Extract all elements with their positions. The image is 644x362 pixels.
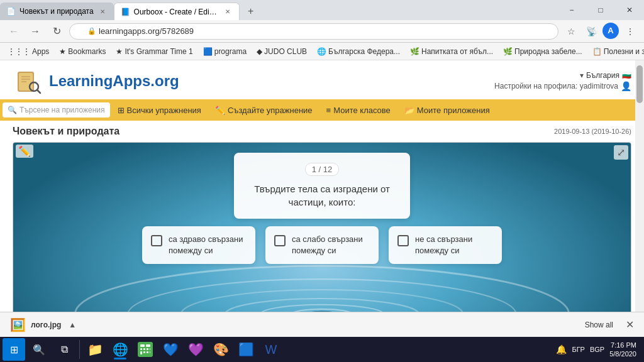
chrome-taskbar-button[interactable]: 🌐	[109, 338, 131, 361]
quiz-fullscreen-button[interactable]: ⤢	[614, 145, 628, 160]
quiz-counter: 1 / 12	[305, 163, 340, 176]
answer-text-3: не са свързани помежду си	[415, 234, 493, 256]
search-box[interactable]: 🔍 Търсене на приложения	[3, 102, 110, 118]
polezni-label: Полезни и забавн...	[604, 47, 644, 56]
tab2-title: Ourboox - Create / Edit Book	[134, 8, 219, 16]
judo-icon: ◆	[257, 47, 262, 56]
bookmark-programa[interactable]: 🟦 programa	[201, 46, 249, 57]
new-tab-button[interactable]: +	[242, 3, 260, 20]
taskbar-notifications-icon[interactable]: 🔔	[556, 344, 567, 354]
nav-bar: ← → ↻ 🔒 learningapps.org/5782689 ☆ 📡 A ⋮	[0, 20, 644, 43]
svg-rect-24	[147, 351, 148, 353]
calculator-icon	[138, 342, 153, 357]
answer-radio-3[interactable]	[397, 235, 409, 246]
app8-taskbar-button[interactable]: 🟦	[235, 338, 257, 361]
bookmark-polezni[interactable]: 📋 Полезни и забавн...	[590, 46, 644, 57]
answer-text-1: са здраво свързани помежду си	[169, 234, 247, 256]
apps-nav-icon: 📂	[404, 106, 414, 115]
napitki-label: Напитката от ябъл...	[421, 47, 493, 56]
nav-create-exercise[interactable]: ✏️ Създайте упражнение	[209, 101, 319, 119]
svg-rect-20	[147, 348, 148, 350]
grammar-star-icon: ★	[116, 47, 123, 56]
forward-button[interactable]: →	[26, 23, 44, 40]
close-button[interactable]: ✕	[615, 0, 644, 20]
nav-my-apps[interactable]: 📂 Моите приложения	[398, 101, 496, 119]
answer-radio-2[interactable]	[274, 235, 286, 246]
taskbar: ⊞ 🔍 ⧉ 📁 🌐 💙 💜 🎨 🟦 W	[0, 337, 644, 362]
bookmark-priroda[interactable]: 🌿 Природна забеле...	[501, 46, 585, 57]
apps-icon: ⋮⋮⋮	[8, 47, 30, 56]
grammar-label: It's Grammar Time 1	[125, 47, 192, 56]
profile-label: Настройки на профила: yadimitrova	[494, 82, 618, 90]
tab2-close[interactable]: ✕	[223, 7, 233, 16]
nav-actions: ☆ 📡 A ⋮	[562, 23, 639, 40]
back-button[interactable]: ←	[5, 23, 23, 40]
scrollbar-thumb[interactable]	[636, 65, 643, 103]
maximize-button[interactable]: □	[586, 0, 615, 20]
polezni-icon: 📋	[592, 47, 602, 56]
cast-icon[interactable]: 📡	[582, 23, 600, 40]
answer-radio-1[interactable]	[151, 235, 162, 246]
menu-icon[interactable]: ⋮	[621, 23, 639, 40]
browser-frame: 📄 Човекът и природата ✕ 📘 Ourboox - Crea…	[0, 0, 644, 362]
napitki-icon: 🌿	[410, 47, 419, 56]
page-date: 2019-09-13 (2019-10-26)	[554, 128, 631, 135]
priroda-label: Природна забеле...	[514, 47, 582, 56]
bookmark-grammar[interactable]: ★ It's Grammar Time 1	[113, 46, 195, 57]
page-body: Човекът и природата 2019-09-13 (2019-10-…	[0, 121, 644, 312]
taskview-button[interactable]: ⧉	[53, 338, 75, 361]
explorer-taskbar-button[interactable]: 📁	[84, 338, 106, 361]
bookmark-bookmarks[interactable]: ★ Bookmarks	[57, 46, 108, 57]
taskbar-clock: 7:16 PM	[609, 341, 636, 349]
download-caret-icon[interactable]: ▲	[69, 321, 76, 329]
minimize-button[interactable]: −	[557, 0, 586, 20]
tab1-close[interactable]: ✕	[97, 7, 108, 16]
nav-my-classes[interactable]: ≡ Моите класове	[320, 101, 397, 119]
bookmarks-bar: ⋮⋮⋮ Apps ★ Bookmarks ★ It's Grammar Time…	[0, 43, 644, 60]
priroda-icon: 🌿	[503, 47, 513, 56]
address-text: learningapps.org/5782689	[99, 26, 194, 36]
answer-card-1[interactable]: са здраво свързани помежду си	[142, 226, 255, 264]
quiz-edit-icon[interactable]: ✏️	[16, 145, 33, 158]
tab2-favicon: 📘	[121, 8, 130, 16]
start-button[interactable]: ⊞	[3, 338, 25, 361]
answer-text-2: са слабо свързани помежду си	[292, 234, 370, 256]
app7-taskbar-button[interactable]: 🎨	[209, 338, 232, 361]
bookmarks-label: Bookmarks	[68, 47, 106, 56]
answer-card-3[interactable]: не са свързани помежду си	[389, 226, 502, 264]
scrollbar-track[interactable]	[635, 60, 644, 312]
judo-label: JUDO CLUB	[264, 47, 307, 56]
svg-rect-17	[146, 344, 150, 347]
taskbar-currency: BGP	[590, 346, 604, 353]
reload-button[interactable]: ↻	[48, 23, 65, 40]
my-classes-label: Моите класове	[333, 106, 391, 115]
quiz-toolbar: ✏️	[16, 145, 33, 157]
teams-taskbar-button[interactable]: 💜	[184, 338, 207, 361]
calc-taskbar-button[interactable]	[134, 338, 157, 361]
bfed-icon: 🌐	[317, 47, 326, 56]
bookmark-apps[interactable]: ⋮⋮⋮ Apps	[5, 46, 52, 57]
answer-card-2[interactable]: са слабо свързани помежду си	[265, 226, 379, 264]
download-close-button[interactable]: ✕	[626, 319, 634, 331]
search-taskbar-button[interactable]: 🔍	[28, 338, 50, 361]
tab-active[interactable]: 📘 Ourboox - Create / Edit Book ✕	[114, 3, 240, 20]
svg-rect-22	[140, 351, 142, 354]
bookmark-napitki[interactable]: 🌿 Напитката от ябъл...	[408, 46, 496, 57]
my-apps-label: Моите приложения	[417, 106, 490, 115]
bookmark-judo[interactable]: ◆ JUDO CLUB	[254, 46, 309, 57]
site-logo: LearningApps.org	[13, 65, 179, 97]
show-all-button[interactable]: Show all	[585, 321, 613, 329]
search-placeholder: Търсене на приложения	[19, 106, 105, 114]
svg-rect-18	[140, 348, 142, 350]
vscode-taskbar-button[interactable]: 💙	[159, 338, 182, 361]
nav-all-exercises[interactable]: ⊞ Всички упражнения	[111, 101, 208, 119]
profile-icon[interactable]: A	[602, 23, 619, 39]
header-right: ▾ България 🇧🇬 Настройки на профила: yadi…	[494, 71, 631, 91]
bookmark-star-icon[interactable]: ☆	[562, 23, 580, 40]
profile-icon[interactable]: 👤	[621, 81, 631, 91]
tab-inactive[interactable]: 📄 Човекът и природата ✕	[0, 3, 114, 20]
word-taskbar-button[interactable]: W	[260, 338, 282, 361]
bookmark-bfed[interactable]: 🌐 Българска Федера...	[314, 46, 402, 57]
page-main-title: Човекът и природата	[13, 126, 119, 137]
address-bar[interactable]: 🔒 learningapps.org/5782689	[69, 23, 558, 40]
